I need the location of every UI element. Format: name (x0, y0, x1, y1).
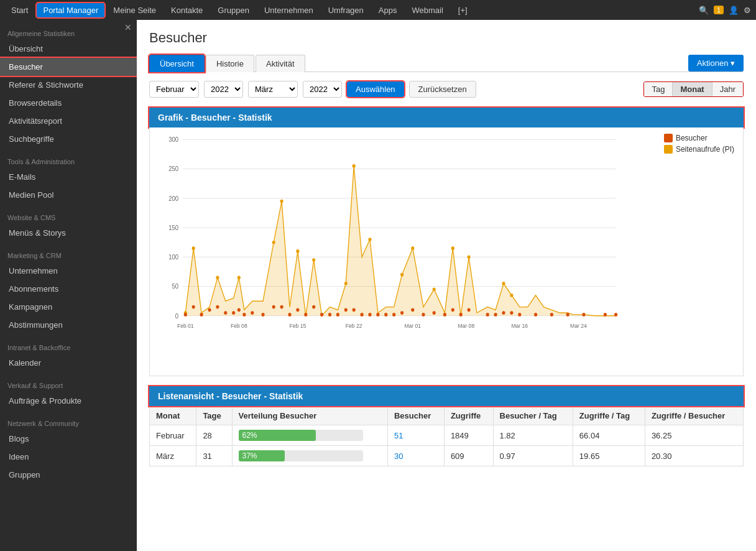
svg-point-36 (433, 287, 436, 291)
svg-text:Feb 22: Feb 22 (346, 322, 362, 328)
besucher-link-0[interactable]: 51 (394, 431, 403, 440)
sidebar-item-besucher[interactable]: Besucher (0, 58, 137, 76)
from-year-select[interactable]: 20222021 (204, 81, 243, 98)
sidebar-item-browserdetails[interactable]: Browserdetails (0, 94, 137, 112)
svg-point-75 (468, 308, 471, 312)
svg-point-71 (433, 311, 436, 315)
svg-point-40 (510, 294, 513, 297)
cell-tage-1: 31 (196, 446, 232, 466)
notification-badge[interactable]: 1 (714, 6, 724, 14)
nav-kontakte[interactable]: Kontakte (165, 3, 209, 17)
chart-area: Besucher Seitenaufrufe (PI) 0 50 (149, 127, 744, 376)
sidebar-item-menus-storys[interactable]: Menüs & Storys (0, 224, 137, 242)
svg-point-61 (344, 308, 348, 312)
period-jahr-button[interactable]: Jahr (712, 82, 743, 96)
cell-zugriffe-tag-0: 66.04 (573, 425, 645, 446)
sidebar-item-medien-pool[interactable]: Medien Pool (0, 186, 137, 204)
svg-point-72 (443, 313, 446, 317)
col-verteilung: Verteilung Besucher (232, 407, 387, 425)
svg-point-68 (400, 311, 403, 315)
sidebar-item-referer[interactable]: Referer & Stichworte (0, 76, 137, 94)
to-month-select[interactable]: MärzFebruarApril (248, 81, 298, 98)
nav-portal-manager[interactable]: Portal Manager (37, 3, 104, 17)
cell-zugriffe-1: 609 (444, 446, 493, 466)
svg-point-85 (604, 313, 607, 317)
svg-text:Mar 24: Mar 24 (570, 322, 587, 328)
sidebar-item-unternehmen[interactable]: Unternehmen (0, 262, 137, 280)
svg-point-50 (251, 311, 254, 315)
svg-point-65 (376, 313, 379, 317)
nav-meine-seite[interactable]: Meine Seite (107, 3, 162, 17)
period-tag-button[interactable]: Tag (644, 82, 673, 96)
sidebar: ✕ Allgemeine Statistiken Übersicht Besuc… (0, 20, 137, 551)
svg-point-32 (353, 164, 356, 168)
nav-apps[interactable]: Apps (372, 3, 403, 17)
from-month-select[interactable]: FebruarJanuarMärz (149, 81, 199, 98)
page-title: Besucher (149, 30, 744, 46)
sidebar-item-auftrage[interactable]: Aufträge & Produkte (0, 392, 137, 410)
layout: ✕ Allgemeine Statistiken Übersicht Besuc… (0, 20, 756, 551)
svg-point-54 (288, 313, 291, 317)
tab-historie[interactable]: Historie (206, 55, 254, 72)
svg-text:0: 0 (175, 312, 179, 320)
svg-point-55 (296, 308, 299, 312)
svg-point-26 (237, 276, 241, 280)
nav-webmail[interactable]: Webmail (405, 3, 449, 17)
sidebar-item-abstimmungen[interactable]: Abstimmungen (0, 316, 137, 334)
sidebar-item-emails[interactable]: E-Mails (0, 168, 137, 186)
top-nav-right: 🔍 1 👤 ⚙ (699, 6, 751, 15)
svg-point-76 (486, 313, 489, 317)
table-row: Februar 28 62% 51 1849 1.82 66.0 (150, 425, 744, 446)
sidebar-item-ubersicht[interactable]: Übersicht (0, 40, 137, 58)
svg-point-82 (550, 313, 553, 317)
period-monat-button[interactable]: Monat (673, 82, 712, 96)
nav-umfragen[interactable]: Umfragen (322, 3, 370, 17)
sidebar-section-allgemeine: Allgemeine Statistiken (0, 24, 137, 40)
cell-besucher-tag-0: 1.82 (493, 425, 573, 446)
sidebar-item-kalender[interactable]: Kalender (0, 354, 137, 372)
to-year-select[interactable]: 20222021 (303, 81, 342, 98)
tabs-left: Übersicht Historie Aktivität (149, 55, 305, 72)
tab-ubersicht[interactable]: Übersicht (149, 55, 205, 72)
sidebar-item-suchbegriffe[interactable]: Suchbegriffe (0, 130, 137, 148)
nav-unternehmen[interactable]: Unternehmen (258, 3, 320, 17)
sidebar-item-gruppen-nw[interactable]: Gruppen (0, 466, 137, 484)
tab-aktivitat[interactable]: Aktivität (256, 55, 305, 72)
sidebar-section-netzwerk: Netzwerk & Community (0, 414, 137, 430)
data-table: Monat Tage Verteilung Besucher Besucher … (149, 406, 744, 466)
search-icon[interactable]: 🔍 (699, 6, 709, 15)
auswählen-button[interactable]: Auswählen (347, 81, 404, 97)
sidebar-item-aktivitatsreport[interactable]: Aktivitätsreport (0, 112, 137, 130)
cell-monat-0: Februar (150, 425, 196, 446)
cell-verteilung-1: 37% (232, 446, 387, 466)
zurücksetzen-button[interactable]: Zurücksetzen (409, 81, 476, 98)
progress-bar-wrap-1: 37% (239, 450, 363, 461)
cell-monat-1: März (150, 446, 196, 466)
sidebar-item-blogs[interactable]: Blogs (0, 430, 137, 448)
svg-point-84 (582, 313, 585, 317)
legend-label-besucher: Besucher (676, 134, 708, 142)
user-icon[interactable]: 👤 (729, 6, 739, 15)
list-section-header: Listenansicht - Besucher - Statistik (149, 386, 744, 406)
cell-zugriffe-besucher-1: 20.30 (645, 446, 743, 466)
besucher-link-1[interactable]: 30 (394, 451, 403, 461)
svg-point-24 (192, 246, 195, 250)
sidebar-item-kampagnen[interactable]: Kampagnen (0, 298, 137, 316)
chart-svg: 0 50 100 150 200 250 300 Feb 01 Feb 08 F… (156, 134, 637, 345)
nav-start[interactable]: Start (5, 3, 34, 17)
svg-point-56 (304, 313, 307, 317)
sidebar-close-button[interactable]: ✕ (124, 22, 132, 32)
sidebar-item-ideen[interactable]: Ideen (0, 448, 137, 466)
nav-plus[interactable]: [+] (452, 3, 474, 17)
svg-point-66 (384, 313, 387, 317)
sidebar-item-abonnements[interactable]: Abonnements (0, 280, 137, 298)
svg-point-38 (468, 256, 471, 259)
svg-marker-22 (185, 166, 615, 316)
col-besucher-tag: Besucher / Tag (493, 407, 573, 425)
svg-text:100: 100 (168, 254, 178, 261)
aktionen-button[interactable]: Aktionen ▾ (688, 55, 744, 72)
legend-color-seitenaufrufe (664, 145, 673, 154)
svg-text:Feb 15: Feb 15 (290, 322, 307, 328)
nav-gruppen[interactable]: Gruppen (211, 3, 256, 17)
settings-icon[interactable]: ⚙ (744, 6, 751, 15)
